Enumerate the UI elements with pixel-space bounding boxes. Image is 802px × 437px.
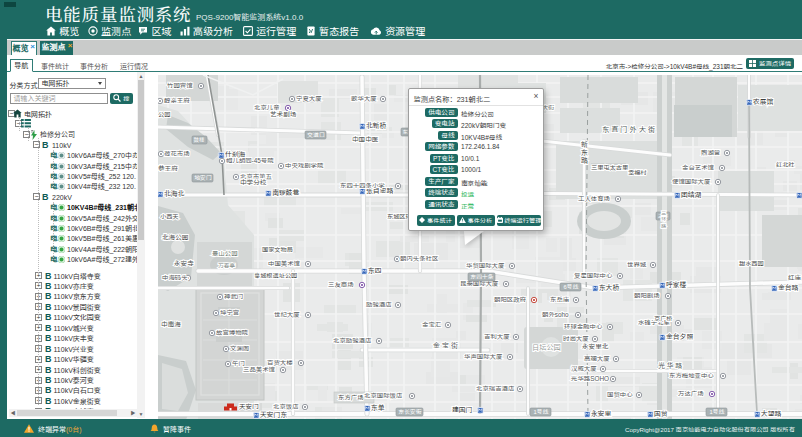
svg-text:北新桥: 北新桥 [366, 121, 387, 130]
svg-text:幸福村: 幸福村 [628, 169, 647, 176]
svg-text:国贸: 国贸 [654, 410, 668, 417]
svg-text:永安里北: 永安里北 [582, 342, 609, 350]
svg-text:宁夏大厦: 宁夏大厦 [296, 95, 322, 102]
svg-text:三里屯太古里: 三里屯太古里 [591, 164, 628, 171]
svg-text:环: 环 [661, 216, 667, 222]
svg-text:1号线: 1号线 [534, 409, 549, 415]
svg-text:6号线: 6号线 [564, 284, 579, 290]
svg-text:歌华大厦: 歌华大厦 [351, 95, 377, 102]
svg-text:皇城根遗址公园: 皇城根遗址公园 [254, 272, 297, 279]
svg-text:恭王府: 恭王府 [158, 165, 178, 172]
svg-text:神武门: 神武门 [224, 293, 243, 300]
svg-text:世界城: 世界城 [627, 261, 647, 268]
svg-text:中学分校: 中学分校 [240, 178, 267, 186]
svg-text:永安寺: 永安寺 [174, 260, 194, 267]
svg-text:甜水西园: 甜水西园 [739, 260, 764, 267]
svg-text:东四十条: 东四十条 [470, 274, 493, 280]
svg-text:中海码头: 中海码头 [162, 274, 188, 281]
svg-text:使馆国际大厦: 使馆国际大厦 [672, 178, 711, 185]
svg-text:东: 东 [581, 149, 588, 156]
svg-text:世纪大厦: 世纪大厦 [274, 311, 300, 318]
svg-text:竹园宾馆: 竹园宾馆 [167, 82, 193, 89]
svg-text:红庙: 红庙 [788, 274, 801, 281]
svg-text:朝阳区政府: 朝阳区政府 [494, 296, 527, 303]
svg-text:金宝汇: 金宝汇 [422, 321, 442, 328]
svg-text:天安门东: 天安门东 [260, 411, 287, 419]
svg-text:环球金融中心: 环球金融中心 [564, 323, 603, 330]
svg-text:三友商场: 三友商场 [328, 281, 354, 288]
svg-text:呼家楼: 呼家楼 [666, 281, 687, 289]
svg-text:帽儿胡同-45号院: 帽儿胡同-45号院 [226, 157, 274, 164]
svg-text:艺术剧场: 艺术剧场 [270, 111, 297, 118]
svg-text:荷花市场: 荷花市场 [164, 150, 190, 157]
svg-text:路: 路 [581, 156, 588, 165]
svg-text:朝外soho: 朝外soho [542, 311, 569, 318]
svg-text:汉威大厦: 汉威大厦 [571, 365, 597, 372]
svg-text:大望路: 大望路 [761, 410, 782, 418]
svg-text:万春亭: 万春亭 [218, 263, 236, 269]
svg-text:东四: 东四 [368, 267, 382, 274]
svg-text:中国中医: 中国中医 [352, 136, 379, 143]
svg-text:国家文物局: 国家文物局 [262, 246, 293, 253]
svg-text:东方梅地亚中心: 东方梅地亚中心 [669, 372, 714, 379]
svg-text:工人体育场: 工人体育场 [578, 195, 610, 202]
svg-text:路: 路 [661, 223, 667, 229]
svg-text:中国美术馆: 中国美术馆 [268, 260, 300, 267]
svg-text:交道口: 交道口 [307, 132, 325, 138]
svg-text:东岳庙: 东岳庙 [550, 296, 570, 303]
svg-text:天安门: 天安门 [239, 403, 259, 410]
svg-text:东单: 东单 [371, 404, 385, 411]
svg-text:光华路SOHO: 光华路SOHO [571, 375, 609, 382]
svg-text:高斓大厦: 高斓大厦 [584, 355, 610, 362]
svg-text:朝内头条社区: 朝内头条社区 [400, 255, 438, 262]
svg-text:三品美术馆: 三品美术馆 [243, 366, 275, 373]
svg-text:吉利大厦: 吉利大厦 [484, 333, 510, 340]
svg-text:景山公园: 景山公园 [212, 250, 238, 257]
svg-text:国贸中心: 国贸中心 [607, 391, 633, 398]
svg-text:中南海: 中南海 [161, 321, 181, 328]
svg-text:东 直 门 外 大 街: 东 直 门 外 大 街 [602, 125, 655, 134]
svg-text:京广桥: 京广桥 [654, 315, 673, 322]
svg-text:中央戏剧学院: 中央戏剧学院 [285, 162, 324, 169]
svg-text:东大桥: 东大桥 [599, 284, 620, 292]
svg-text:团结湖: 团结湖 [681, 191, 702, 199]
svg-text:红北社: 红北社 [776, 161, 795, 168]
svg-text:复星国际中心: 复星国际中心 [574, 272, 613, 279]
svg-text:东四十四条小学: 东四十四条小学 [340, 182, 385, 189]
svg-text:醇亲王府: 醇亲王府 [164, 97, 190, 104]
svg-text:南锣鼓巷: 南锣鼓巷 [272, 189, 299, 197]
svg-text:文渊阁: 文渊阁 [230, 345, 249, 352]
svg-text:金 宝 街: 金 宝 街 [433, 341, 458, 350]
svg-text:新: 新 [581, 141, 588, 148]
svg-text:北京瑞吉酒店: 北京瑞吉酒店 [476, 385, 515, 392]
svg-text:日坛公园: 日坛公园 [532, 343, 561, 352]
svg-text:故宫博物院: 故宫博物院 [216, 329, 249, 336]
svg-text:北京国际饭店: 北京国际饭店 [364, 392, 403, 399]
svg-text:北海公园: 北海公园 [162, 233, 189, 241]
svg-text:朝阳剧场: 朝阳剧场 [634, 292, 660, 299]
svg-text:地安门: 地安门 [194, 174, 212, 181]
svg-text:建国门: 建国门 [452, 406, 473, 414]
svg-text:金台路: 金台路 [778, 284, 799, 292]
svg-text:东长安街: 东长安街 [398, 408, 421, 415]
svg-text:万达广场: 万达广场 [678, 390, 704, 397]
svg-text:坤宁宫: 坤宁宫 [220, 309, 239, 316]
svg-text:金台夕照: 金台夕照 [666, 333, 693, 341]
svg-text:小西天: 小西天 [160, 213, 179, 220]
svg-text:鼓楼: 鼓楼 [194, 137, 205, 143]
svg-text:农展馆: 农展馆 [753, 98, 774, 105]
svg-text:百货大楼: 百货大楼 [267, 359, 293, 366]
svg-text:北京励骏酒店: 北京励骏酒店 [333, 337, 372, 344]
svg-text:煦湖营: 煦湖营 [701, 149, 720, 156]
svg-text:时尚大厦: 时尚大厦 [563, 335, 589, 342]
svg-text:华声国际大厦: 华声国际大厦 [464, 353, 503, 360]
svg-text:三: 三 [661, 210, 666, 216]
svg-text:永安里: 永安里 [591, 410, 612, 418]
svg-text:北京饭店: 北京饭店 [273, 403, 299, 410]
svg-text:光 华 路: 光 华 路 [658, 361, 682, 370]
svg-text:公园: 公园 [158, 111, 170, 118]
svg-text:金台艺术馆: 金台艺术馆 [682, 164, 714, 171]
svg-text:华贸国际大厦: 华贸国际大厦 [466, 262, 505, 269]
svg-text:励骏酒店: 励骏酒店 [366, 301, 392, 308]
svg-text:东方广场: 东方广场 [338, 394, 364, 401]
